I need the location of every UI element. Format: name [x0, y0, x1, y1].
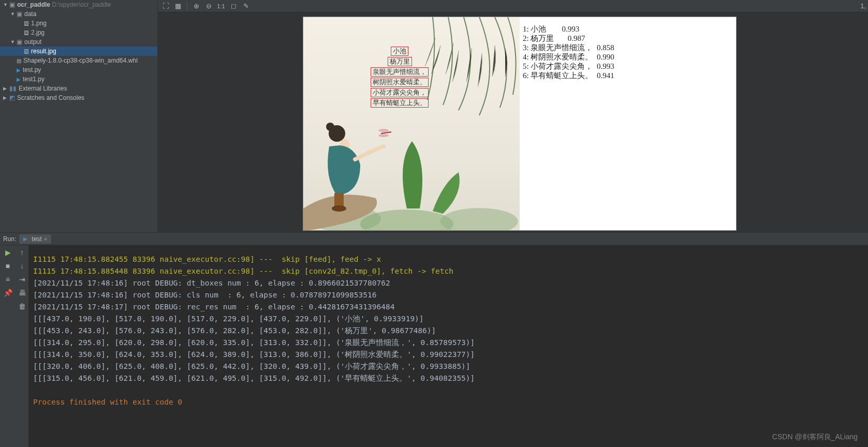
python-icon: ▶ [17, 67, 21, 73]
stop-icon[interactable]: ■ [6, 262, 10, 270]
grid-icon[interactable]: ▦ [172, 1, 184, 11]
library-icon: ▮▮ [9, 85, 17, 92]
run-label: Run: [3, 235, 16, 243]
console-line: [[[320.0, 406.0], [625.0, 408.0], [625.0… [33, 361, 864, 373]
tree-item-data[interactable]: ▼▣data [0, 9, 157, 19]
run-gutter-right: ↑ ↓ ⇥ 🖶 🗑 [16, 245, 29, 447]
tree-item-label: 2.jpg [31, 29, 45, 36]
chevron-right-icon: ▶ [3, 95, 8, 100]
console-line: [[[315.0, 456.0], [621.0, 459.0], [621.0… [33, 373, 864, 384]
console-line: [[[437.0, 190.0], [517.0, 190.0], [517.0… [33, 313, 864, 325]
run-gutter-left: ▶ ■ ≡ 📌 [0, 245, 16, 447]
status-right: 1, [860, 1, 866, 11]
svg-line-8 [381, 132, 391, 133]
svg-point-4 [326, 123, 334, 131]
fit-icon[interactable]: ⛶ [160, 1, 171, 11]
eyedropper-icon[interactable]: ✎ [240, 1, 252, 11]
poem-line: 早有蜻蜓立上头。 [371, 98, 429, 108]
root-name: ocr_paddle [17, 1, 50, 8]
poem-line: 小池 [391, 47, 408, 56]
console-line [33, 384, 864, 396]
console-line: [2021/11/15 17:48:17] root DEBUG: rec_re… [33, 301, 864, 313]
tree-item-label: data [24, 10, 36, 18]
run-tab[interactable]: ▶ test × [19, 234, 51, 244]
console-line: [[[453.0, 243.0], [576.0, 243.0], [576.0… [33, 325, 864, 337]
console-line: [[[314.0, 295.0], [620.0, 298.0], [620.0… [33, 337, 864, 349]
console-line: [2021/11/15 17:48:16] root DEBUG: cls nu… [33, 289, 864, 301]
python-icon: ▶ [23, 236, 27, 242]
ocr-row: 1: 小池 0.993 [523, 24, 733, 34]
image-toolbar: ⛶ ▦ ⊕ ⊖ 1:1 ◻ ✎ 1, [158, 0, 868, 12]
folder-icon: ▣ [17, 38, 22, 46]
image-icon: 🖼 [24, 30, 29, 36]
watermark: CSDN @剑客阿良_ALiang [772, 433, 858, 442]
pin-icon[interactable]: 📌 [4, 289, 12, 297]
image-viewer: ⛶ ▦ ⊕ ⊖ 1:1 ◻ ✎ 1, [158, 0, 868, 232]
external-libraries[interactable]: ▶ ▮▮ External Libraries [0, 84, 157, 93]
zoom-out-icon[interactable]: ⊖ [203, 1, 214, 11]
run-tab-name: test [32, 235, 41, 243]
chevron-down-icon: ▼ [10, 39, 16, 44]
tree-item-label: result.jpg [31, 48, 56, 55]
tree-item-test1-py[interactable]: ▶test1.py [0, 74, 157, 84]
zoom-in-icon[interactable]: ⊕ [190, 1, 202, 11]
svg-point-2 [440, 208, 518, 230]
poem-line: 树阴照水爱晴柔。 [371, 78, 429, 87]
rerun-icon[interactable]: ▶ [5, 248, 11, 257]
up-icon[interactable]: ↑ [20, 248, 24, 257]
svg-point-10 [378, 134, 389, 137]
ocr-results: 1: 小池 0.9932: 杨万里 0.9873: 泉眼无声惜细流， 0.858… [520, 17, 736, 230]
tree-item-label: output [24, 38, 41, 46]
ocr-row: 2: 杨万里 0.987 [523, 34, 733, 43]
console-line: [[[314.0, 350.0], [624.0, 353.0], [624.0… [33, 349, 864, 361]
folder-icon: ▣ [17, 10, 22, 18]
close-icon[interactable]: × [44, 236, 47, 242]
chevron-down-icon: ▼ [3, 2, 8, 7]
chevron-right-icon: ▶ [3, 86, 8, 91]
svg-point-9 [378, 129, 389, 132]
file-icon: ▤ [17, 58, 21, 64]
tree-item-label: Shapely-1.8.0-cp38-cp38-win_amd64.whl [23, 57, 138, 64]
fit-window-icon[interactable]: ◻ [228, 1, 239, 11]
delete-icon[interactable]: 🗑 [19, 302, 26, 310]
tree-item-test-py[interactable]: ▶test.py [0, 65, 157, 74]
scratches-consoles[interactable]: ▶ ◩ Scratches and Consoles [0, 93, 157, 102]
console-line: [2021/11/15 17:48:16] root DEBUG: dt_box… [33, 277, 864, 289]
zoom-ratio[interactable]: 1:1 [215, 1, 227, 11]
chevron-down-icon: ▼ [10, 11, 16, 17]
tree-item-label: 1.png [31, 20, 47, 27]
ocr-row: 6: 早有蜻蜓立上头。 0.941 [523, 71, 733, 80]
python-icon: ▶ [17, 77, 21, 82]
run-panel: Run: ▶ test × ▶ ■ ≡ 📌 ↑ ↓ ⇥ 🖶 🗑 I1115 17… [0, 233, 868, 447]
project-tree[interactable]: ▼ ▣ ocr_paddle D:\spyder\ocr_paddle ▼▣da… [0, 0, 158, 232]
image-icon: 🖼 [24, 49, 29, 54]
illustration: 小池 杨万里 泉眼无声惜细流， 树阴照水爱晴柔。 小荷才露尖尖角， 早有蜻蜓立上… [303, 17, 520, 230]
tree-item-shapely-1-8-0-cp38-cp38-win-amd64-whl[interactable]: ▤Shapely-1.8.0-cp38-cp38-win_amd64.whl [0, 56, 157, 65]
svg-rect-6 [334, 193, 344, 207]
svg-point-7 [332, 205, 346, 212]
poem-line: 小荷才露尖尖角， [371, 88, 429, 97]
ocr-row: 4: 树阴照水爱晴柔。 0.990 [523, 52, 733, 62]
project-root[interactable]: ▼ ▣ ocr_paddle D:\spyder\ocr_paddle [0, 0, 157, 9]
poem-overlay: 小池 杨万里 泉眼无声惜细流， 树阴照水爱晴柔。 小荷才露尖尖角， 早有蜻蜓立上… [371, 46, 429, 108]
wrap-icon[interactable]: ⇥ [19, 275, 25, 284]
folder-icon: ▣ [9, 1, 15, 8]
print-icon[interactable]: 🖶 [19, 289, 26, 297]
tree-item-label: test.py [23, 66, 41, 73]
console-output[interactable]: I1115 17:48:15.882455 83396 naive_execut… [29, 245, 868, 447]
console-line: Process finished with exit code 0 [33, 396, 864, 408]
result-image: 小池 杨万里 泉眼无声惜细流， 树阴照水爱晴柔。 小荷才露尖尖角， 早有蜻蜓立上… [303, 17, 737, 231]
down-icon[interactable]: ↓ [20, 262, 24, 270]
ocr-row: 3: 泉眼无声惜细流， 0.858 [523, 43, 733, 52]
console-line: I1115 17:48:15.882455 83396 naive_execut… [33, 254, 864, 265]
layout-icon[interactable]: ≡ [6, 275, 10, 284]
tree-item-2-jpg[interactable]: 🖼2.jpg [0, 28, 157, 37]
tree-item-output[interactable]: ▼▣output [0, 37, 157, 47]
tree-item-label: test1.py [23, 76, 45, 83]
ocr-row: 5: 小荷才露尖尖角， 0.993 [523, 62, 733, 71]
tree-item-1-png[interactable]: 🖼1.png [0, 19, 157, 28]
poem-line: 杨万里 [388, 57, 412, 66]
tree-item-result-jpg[interactable]: 🖼result.jpg [0, 47, 157, 56]
scratch-icon: ◩ [9, 94, 15, 101]
console-line: I1115 17:48:15.885448 83396 naive_execut… [33, 265, 864, 277]
